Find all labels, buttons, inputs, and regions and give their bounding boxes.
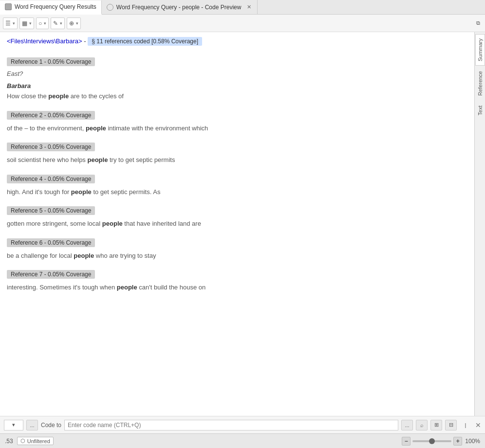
bottom-more-right-icon: ... bbox=[405, 422, 409, 428]
toolbar-group-layout[interactable]: ☰ ▾ bbox=[3, 18, 18, 29]
right-sidebar: Summary Reference Text bbox=[474, 32, 485, 416]
layout-icon: ☰ bbox=[5, 20, 11, 27]
status-left-text: .53 bbox=[5, 438, 13, 445]
tab-icon-results bbox=[5, 3, 12, 10]
window-controls: ⧉ bbox=[474, 19, 482, 27]
keyword-3: people bbox=[87, 156, 108, 163]
layout-dropdown-arrow: ▾ bbox=[13, 21, 15, 26]
bottom-bar: ▾ ... Code to ... ⌕ ⊞ ⊟ | ✕ bbox=[0, 416, 485, 433]
ref-text-7: interesting. Sometimes it's tough when p… bbox=[7, 283, 467, 292]
filter-badge[interactable]: ⬡ Unfiltered bbox=[17, 437, 54, 445]
east-text: East? bbox=[7, 70, 467, 77]
bottom-dropdown-left[interactable]: ▾ bbox=[4, 420, 23, 430]
keyword-7: people bbox=[117, 284, 137, 291]
edit-icon: ✎ bbox=[53, 20, 58, 27]
restore-window-button[interactable]: ⧉ bbox=[474, 19, 482, 27]
code-to-label: Code to bbox=[41, 422, 61, 429]
reference-badge-5: Reference 5 - 0.05% Coverage bbox=[7, 206, 95, 215]
keyword-4: people bbox=[71, 188, 92, 196]
tab-label-results: Word Frequency Query Results bbox=[15, 3, 96, 10]
reference-block-2: Reference 2 - 0.05% Coverage of the – to… bbox=[7, 111, 467, 133]
tab-bar: Word Frequency Query Results Word Freque… bbox=[0, 0, 485, 15]
ref-text-2: of the – to the environment, people inti… bbox=[7, 124, 467, 133]
toolbar-group-link[interactable]: ⊕ ▾ bbox=[67, 18, 81, 29]
filter-icon: ⬡ bbox=[20, 438, 25, 444]
link-icon: ⊕ bbox=[69, 20, 74, 27]
code2-icon: ⊟ bbox=[449, 422, 453, 428]
zoom-in-button[interactable]: + bbox=[453, 437, 462, 446]
reference-badge-2: Reference 2 - 0.05% Coverage bbox=[7, 111, 95, 120]
main-container: <Files\Interviews\Barbara> - § 11 refere… bbox=[0, 32, 485, 416]
keyword-2: people bbox=[86, 125, 106, 132]
reference-badge-6: Reference 6 - 0.05% Coverage bbox=[7, 238, 95, 247]
ref-text-4: high. And it's tough for people to get s… bbox=[7, 187, 467, 197]
code-icon: ⊞ bbox=[434, 422, 439, 428]
reference-block-4: Reference 4 - 0.05% Coverage high. And i… bbox=[7, 175, 467, 197]
link-dropdown-arrow: ▾ bbox=[76, 21, 78, 26]
keyword-5: people bbox=[102, 220, 123, 227]
reference-block-1: Reference 1 - 0.05% Coverage East? Barba… bbox=[7, 57, 467, 101]
reference-badge-1: Reference 1 - 0.05% Coverage bbox=[7, 57, 95, 66]
bottom-more-left-icon: ... bbox=[30, 422, 34, 428]
reference-badge-3: Reference 3 - 0.05% Coverage bbox=[7, 143, 95, 151]
filter-label: Unfiltered bbox=[27, 438, 50, 444]
tab-query-results[interactable]: Word Frequency Query Results bbox=[0, 0, 102, 15]
code-name-input[interactable] bbox=[64, 420, 398, 430]
sidebar-tab-text[interactable]: Text bbox=[475, 101, 485, 120]
sidebar-tab-reference[interactable]: Reference bbox=[475, 67, 485, 100]
zoom-slider[interactable] bbox=[412, 440, 451, 442]
bottom-search-button[interactable]: ⌕ bbox=[416, 420, 428, 430]
tab-code-preview[interactable]: Word Frequency Query - people - Code Pre… bbox=[102, 0, 258, 14]
toolbar-group-chart[interactable]: ▦ ▾ bbox=[19, 18, 34, 29]
circle-icon: ○ bbox=[38, 20, 42, 27]
toolbar-group-edit[interactable]: ✎ ▾ bbox=[51, 18, 65, 29]
zoom-slider-thumb bbox=[429, 438, 435, 444]
status-bar: .53 ⬡ Unfiltered − + 100% bbox=[0, 433, 485, 448]
chart-icon: ▦ bbox=[22, 20, 27, 27]
speaker-name-1: Barbara bbox=[7, 82, 467, 90]
tab-close-button[interactable]: ✕ bbox=[246, 4, 252, 10]
reference-block-6: Reference 6 - 0.05% Coverage be a challe… bbox=[7, 238, 467, 261]
zoom-percent: 100% bbox=[465, 438, 480, 445]
ref-text-5: gotten more stringent, some local people… bbox=[7, 219, 467, 229]
bottom-close-button[interactable]: ✕ bbox=[475, 421, 481, 429]
file-link[interactable]: <Files\Interviews\Barbara> bbox=[7, 37, 82, 45]
status-right: − + 100% bbox=[402, 437, 480, 446]
content-area[interactable]: <Files\Interviews\Barbara> - § 11 refere… bbox=[0, 32, 474, 416]
chart-dropdown-arrow: ▾ bbox=[29, 21, 32, 26]
search-icon: ⌕ bbox=[420, 422, 424, 428]
bottom-more-right-button[interactable]: ... bbox=[401, 420, 413, 430]
bottom-separator: | bbox=[460, 420, 471, 430]
keyword-6: people bbox=[74, 252, 94, 259]
file-header: <Files\Interviews\Barbara> - § 11 refere… bbox=[7, 37, 467, 52]
edit-dropdown-arrow: ▾ bbox=[60, 21, 62, 26]
file-badge: § 11 references coded [0.58% Coverage] bbox=[88, 37, 202, 46]
reference-block-5: Reference 5 - 0.05% Coverage gotten more… bbox=[7, 206, 467, 229]
bottom-dropdown-arrow: ▾ bbox=[12, 422, 15, 428]
reference-block-3: Reference 3 - 0.05% Coverage soil scient… bbox=[7, 143, 467, 165]
reference-block-7: Reference 7 - 0.05% Coverage interesting… bbox=[7, 270, 467, 292]
toolbar: ☰ ▾ ▦ ▾ ○ ▾ ✎ ▾ ⊕ ▾ ⧉ bbox=[0, 15, 485, 32]
ref-text-6: be a challenge for local people who are … bbox=[7, 251, 467, 261]
toolbar-group-circle[interactable]: ○ ▾ bbox=[36, 18, 49, 29]
keyword-1: people bbox=[48, 92, 69, 100]
reference-badge-4: Reference 4 - 0.05% Coverage bbox=[7, 175, 95, 183]
circle-dropdown-arrow: ▾ bbox=[44, 21, 46, 26]
sidebar-tab-summary[interactable]: Summary bbox=[475, 34, 485, 66]
bottom-more-left-button[interactable]: ... bbox=[26, 420, 38, 430]
zoom-out-button[interactable]: − bbox=[402, 437, 410, 446]
bottom-code2-button[interactable]: ⊟ bbox=[445, 420, 457, 430]
tab-label-preview: Word Frequency Query - people - Code Pre… bbox=[116, 4, 242, 11]
reference-badge-7: Reference 7 - 0.05% Coverage bbox=[7, 270, 95, 279]
bottom-code-button[interactable]: ⊞ bbox=[430, 420, 442, 430]
tab-icon-preview bbox=[107, 4, 113, 11]
ref-text-3: soil scientist here who helps people try… bbox=[7, 155, 467, 165]
ref-text-1: How close the people are to the cycles o… bbox=[7, 91, 467, 101]
zoom-controls: − + bbox=[402, 437, 462, 446]
